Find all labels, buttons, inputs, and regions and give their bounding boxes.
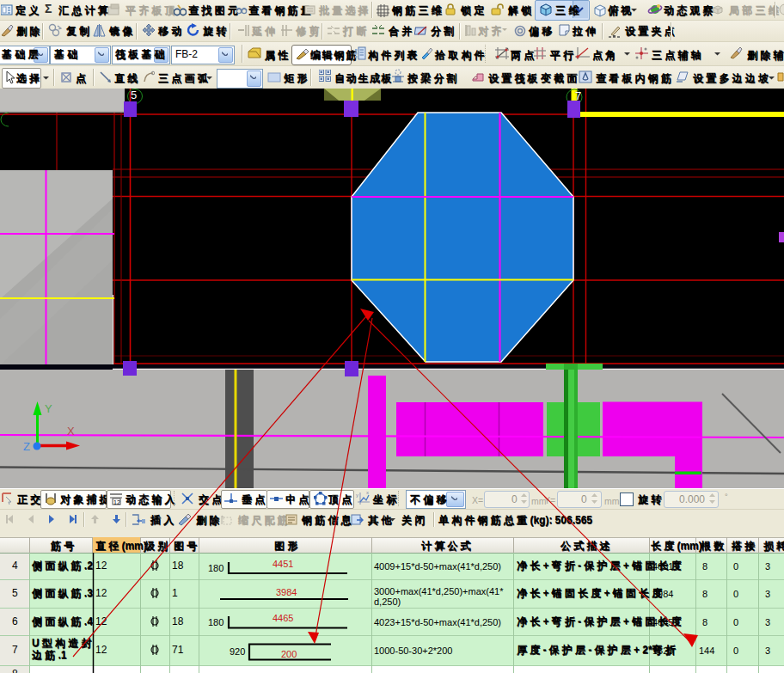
svg-text:x: x	[366, 491, 369, 495]
svg-text:Y: Y	[45, 402, 52, 415]
svg-text:X: X	[67, 425, 75, 437]
svg-text:12: 12	[113, 499, 120, 505]
svg-text:y: y	[356, 493, 358, 498]
svg-text:Z: Z	[23, 440, 30, 453]
